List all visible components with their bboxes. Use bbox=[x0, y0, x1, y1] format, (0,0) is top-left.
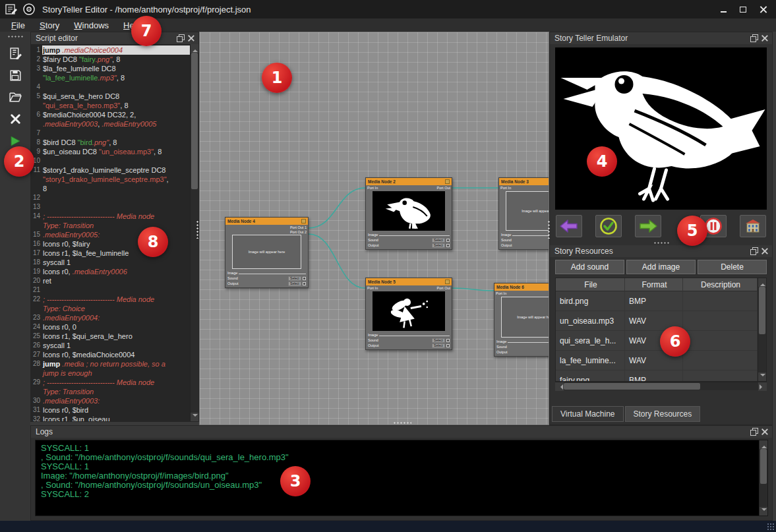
scroll-up-icon[interactable] bbox=[758, 278, 767, 287]
close-project-button[interactable] bbox=[3, 110, 27, 130]
add-image-button[interactable]: Add image bbox=[626, 260, 696, 274]
code-line[interactable]: "story1_drako_luminelle_sceptre.mp3", bbox=[31, 175, 190, 184]
toolbar-drag-handle[interactable] bbox=[7, 35, 23, 38]
code-line[interactable]: 1jump .mediaChoice0004 bbox=[31, 45, 190, 55]
node-media-node-4[interactable]: Media Node 4Port Out 1Port Out 2Image wi… bbox=[225, 217, 309, 288]
scroll-up-icon[interactable] bbox=[191, 44, 198, 53]
code-line[interactable]: 9$un_oiseau DC8 "un_oiseau.mp3", 8 bbox=[31, 147, 190, 156]
previous-button[interactable] bbox=[556, 215, 582, 237]
code-line[interactable]: 14; ---------------------------- Media n… bbox=[31, 212, 190, 221]
close-button[interactable] bbox=[756, 4, 769, 15]
scrollbar-thumb[interactable] bbox=[191, 53, 198, 189]
code-line[interactable]: 18syscall 1 bbox=[31, 258, 190, 267]
scroll-down-icon[interactable] bbox=[760, 507, 768, 516]
code-line[interactable]: 13 bbox=[31, 202, 190, 212]
checkbox[interactable] bbox=[446, 239, 450, 242]
scrollbar-thumb[interactable] bbox=[564, 383, 700, 390]
node-menu-icon[interactable] bbox=[445, 280, 450, 284]
new-script-button[interactable] bbox=[3, 45, 27, 65]
scroll-left-icon[interactable] bbox=[555, 382, 564, 391]
code-line[interactable]: 5$qui_sera_le_hero DC8 bbox=[31, 92, 190, 101]
code-line[interactable]: Type: Transition bbox=[31, 387, 190, 396]
save-button[interactable] bbox=[3, 67, 27, 86]
code-line[interactable]: 8 bbox=[31, 184, 190, 193]
select-button[interactable]: Select bbox=[288, 281, 301, 286]
column-header-file[interactable]: File bbox=[556, 278, 625, 291]
code-line[interactable]: 20ret bbox=[31, 276, 190, 285]
delete-button[interactable]: Delete bbox=[698, 260, 767, 274]
scroll-up-icon[interactable] bbox=[760, 440, 768, 449]
node-media-node-3[interactable]: Media Node 3Port InImage will appear her… bbox=[498, 177, 549, 250]
code-line[interactable]: 19lcons r0, .mediaEntry0006 bbox=[31, 267, 190, 276]
code-line[interactable]: 24lcons r0, 0 bbox=[31, 322, 190, 332]
next-button[interactable] bbox=[635, 215, 661, 237]
confirm-button[interactable] bbox=[595, 215, 622, 237]
select-button[interactable]: Select bbox=[288, 276, 301, 281]
code-line[interactable]: 23.mediaEntry0004: bbox=[31, 313, 190, 322]
code-line[interactable]: 10 bbox=[31, 156, 190, 165]
code-line[interactable]: Type: Transition bbox=[31, 221, 190, 230]
home-button[interactable] bbox=[740, 215, 766, 237]
code-line[interactable]: 4 bbox=[31, 82, 190, 92]
code-line[interactable]: 32lcons r1, $un_oiseau bbox=[31, 415, 190, 421]
minimize-button[interactable] bbox=[717, 4, 730, 15]
menu-file[interactable]: File bbox=[5, 20, 31, 31]
bottom-splitter-handle[interactable] bbox=[393, 421, 411, 425]
table-scrollbar[interactable] bbox=[758, 278, 766, 381]
code-line[interactable]: 22; ---------------------------- Media n… bbox=[31, 295, 190, 304]
code-line[interactable]: 3$la_fee_luminelle DC8 bbox=[31, 64, 190, 73]
checkbox[interactable] bbox=[446, 244, 450, 247]
code-line[interactable]: "qui_sera_le_hero.mp3", 8 bbox=[31, 101, 190, 110]
code-line[interactable]: 25lcons r1, $qui_sera_le_hero bbox=[31, 332, 190, 341]
scrollbar-thumb[interactable] bbox=[760, 449, 767, 484]
column-header-format[interactable]: Format bbox=[625, 278, 683, 291]
float-panel-icon[interactable] bbox=[750, 34, 758, 42]
code-line[interactable]: 28jump .media ; no return possible, so a bbox=[31, 359, 190, 369]
select-button[interactable]: Select bbox=[432, 243, 445, 248]
scrollbar-thumb[interactable] bbox=[759, 287, 765, 334]
checkbox[interactable] bbox=[303, 282, 306, 285]
resize-grip[interactable] bbox=[767, 523, 774, 530]
code-line[interactable]: 11$story1_drako_luminelle_sceptre DC8 bbox=[31, 165, 190, 175]
scroll-down-icon[interactable] bbox=[758, 372, 767, 381]
left-splitter-handle[interactable] bbox=[196, 220, 199, 239]
close-panel-icon[interactable] bbox=[187, 34, 195, 42]
node-media-node-2[interactable]: Media Node 2Port InPort OutImageSoundSel… bbox=[365, 177, 452, 250]
column-header-description[interactable]: Description bbox=[683, 278, 758, 291]
close-panel-icon[interactable] bbox=[761, 428, 769, 436]
code-line[interactable]: 21 bbox=[31, 285, 190, 295]
node-menu-icon[interactable] bbox=[445, 179, 450, 184]
code-line[interactable]: Type: Choice bbox=[31, 304, 190, 313]
table-row[interactable]: qui_sera_le_h...WAV bbox=[556, 331, 758, 351]
code-line[interactable]: 29; ---------------------------- Media n… bbox=[31, 378, 190, 387]
code-line[interactable]: 30.mediaEntry0003: bbox=[31, 396, 190, 405]
log-lines[interactable]: SYSCALL: 1, Sound: "/home/anthony/ostpro… bbox=[36, 440, 759, 516]
select-button[interactable]: Select bbox=[432, 338, 445, 343]
code-editor[interactable]: 1jump .mediaChoice00042$fairy DC8 "fairy… bbox=[31, 44, 198, 421]
code-line[interactable]: .mediaEntry0003, .mediaEntry0005 bbox=[31, 119, 190, 129]
open-button[interactable] bbox=[3, 88, 27, 108]
code-line[interactable]: 31lcons r0, $bird bbox=[31, 405, 190, 415]
right-splitter-handle[interactable] bbox=[547, 220, 551, 239]
select-button[interactable]: Select bbox=[432, 238, 445, 243]
maximize-button[interactable] bbox=[736, 4, 750, 15]
node-media-node-6[interactable]: Media Node 6Port InImage will appear her… bbox=[494, 283, 549, 357]
checkbox[interactable] bbox=[303, 277, 306, 280]
close-panel-icon[interactable] bbox=[761, 247, 769, 255]
close-panel-icon[interactable] bbox=[761, 34, 769, 42]
node-menu-icon[interactable] bbox=[301, 219, 306, 223]
code-line[interactable]: jump is enough bbox=[31, 369, 190, 378]
node-media-node-5[interactable]: Media Node 5Port InPort OutImageSoundSel… bbox=[365, 278, 452, 350]
code-line[interactable]: 17lcons r1, $la_fee_luminelle bbox=[31, 249, 190, 258]
float-panel-icon[interactable] bbox=[750, 428, 758, 436]
table-row[interactable]: bird.pngBMP bbox=[556, 291, 758, 311]
checkbox[interactable] bbox=[446, 339, 450, 342]
code-line[interactable]: 8$bird DC8 "bird.png", 8 bbox=[31, 138, 190, 147]
code-line[interactable]: 12 bbox=[31, 193, 190, 202]
code-line[interactable]: 27lcons r0, $mediaChoice0004 bbox=[31, 350, 190, 359]
float-panel-icon[interactable] bbox=[177, 34, 185, 42]
dock-splitter-handle[interactable] bbox=[653, 241, 669, 245]
table-row[interactable]: un_oiseau.mp3WAV bbox=[556, 311, 758, 331]
add-sound-button[interactable]: Add sound bbox=[555, 260, 624, 274]
scroll-right-icon[interactable] bbox=[758, 382, 767, 391]
